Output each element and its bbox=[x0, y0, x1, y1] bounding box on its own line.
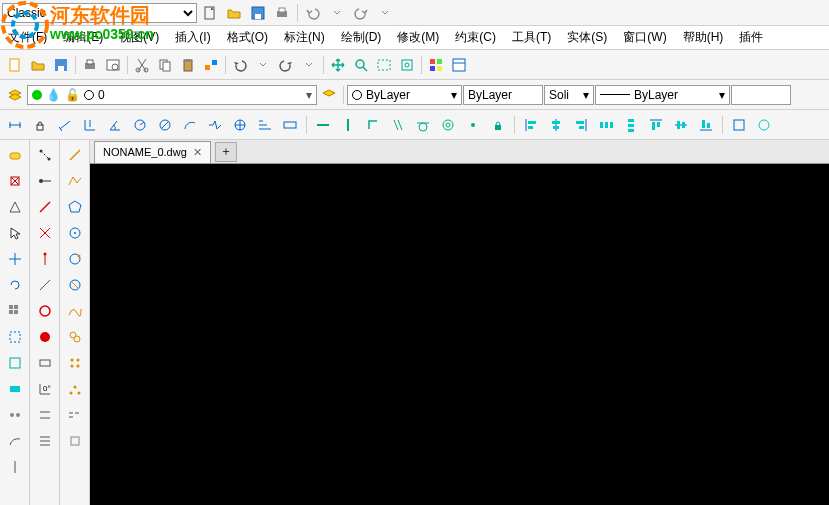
cursor-icon[interactable] bbox=[3, 222, 27, 244]
redo-icon[interactable] bbox=[275, 54, 297, 76]
circle-red-icon[interactable] bbox=[33, 300, 57, 322]
redo-icon[interactable] bbox=[350, 2, 372, 24]
dim-arc-icon[interactable] bbox=[179, 114, 201, 136]
layer-manager-icon[interactable] bbox=[4, 84, 26, 106]
extra-tool-icon[interactable] bbox=[63, 430, 87, 452]
redo-dropdown-icon[interactable] bbox=[298, 54, 320, 76]
menu-file[interactable]: 文件(F) bbox=[0, 29, 55, 46]
line-icon[interactable] bbox=[63, 144, 87, 166]
diag-line-icon[interactable] bbox=[33, 274, 57, 296]
circle-icon[interactable] bbox=[63, 222, 87, 244]
dim-linear-icon[interactable] bbox=[4, 114, 26, 136]
erase-icon[interactable] bbox=[3, 144, 27, 166]
vert-line-icon[interactable] bbox=[33, 248, 57, 270]
dim-lock-icon[interactable] bbox=[29, 114, 51, 136]
rect-tool-icon[interactable] bbox=[33, 352, 57, 374]
grid-icon[interactable] bbox=[3, 300, 27, 322]
polyline-icon[interactable] bbox=[63, 170, 87, 192]
delete-icon[interactable] bbox=[3, 170, 27, 192]
move-icon[interactable] bbox=[3, 248, 27, 270]
align-center-icon[interactable] bbox=[545, 114, 567, 136]
menu-plugin[interactable]: 插件 bbox=[731, 29, 771, 46]
vertical-icon[interactable] bbox=[3, 456, 27, 478]
align-left-icon[interactable] bbox=[520, 114, 542, 136]
document-tab[interactable]: NONAME_0.dwg ✕ bbox=[94, 141, 211, 163]
constraint-parallel-icon[interactable] bbox=[387, 114, 409, 136]
undo-icon[interactable] bbox=[302, 2, 324, 24]
endpoint-icon[interactable] bbox=[33, 170, 57, 192]
four-dots-icon[interactable] bbox=[63, 352, 87, 374]
open-file-icon[interactable] bbox=[27, 54, 49, 76]
menu-insert[interactable]: 插入(I) bbox=[167, 29, 218, 46]
extra-selector[interactable] bbox=[731, 85, 791, 105]
menu-entity[interactable]: 实体(S) bbox=[559, 29, 615, 46]
distribute-h-icon[interactable] bbox=[595, 114, 617, 136]
tool-misc-1-icon[interactable] bbox=[728, 114, 750, 136]
paste-icon[interactable] bbox=[177, 54, 199, 76]
layer-selector[interactable]: 💧 🔓 0 ▾ bbox=[27, 85, 317, 105]
three-dots-icon[interactable] bbox=[63, 378, 87, 400]
parallel-lines-icon[interactable] bbox=[33, 404, 57, 426]
align-right-icon[interactable] bbox=[570, 114, 592, 136]
hatch-icon[interactable] bbox=[3, 326, 27, 348]
undo-dropdown-icon[interactable] bbox=[252, 54, 274, 76]
constraint-tangent-icon[interactable] bbox=[412, 114, 434, 136]
dim-baseline-icon[interactable] bbox=[254, 114, 276, 136]
lineweight-selector[interactable]: ByLayer ▾ bbox=[595, 85, 730, 105]
layer-previous-icon[interactable] bbox=[318, 84, 340, 106]
arc-icon[interactable] bbox=[63, 248, 87, 270]
linetype-selector-a[interactable]: ByLayer bbox=[463, 85, 543, 105]
dim-center-icon[interactable] bbox=[229, 114, 251, 136]
new-icon[interactable] bbox=[199, 2, 221, 24]
menu-annotate[interactable]: 标注(N) bbox=[276, 29, 333, 46]
menu-constraint[interactable]: 约束(C) bbox=[447, 29, 504, 46]
tool-c-icon[interactable] bbox=[3, 404, 27, 426]
menu-help[interactable]: 帮助(H) bbox=[675, 29, 732, 46]
redo-dropdown-icon[interactable] bbox=[374, 2, 396, 24]
workspace-selector[interactable]: Classic bbox=[2, 3, 197, 23]
close-tab-icon[interactable]: ✕ bbox=[193, 146, 202, 159]
constraint-coincident-icon[interactable] bbox=[462, 114, 484, 136]
polygon-icon[interactable] bbox=[63, 196, 87, 218]
align-bottom-icon[interactable] bbox=[695, 114, 717, 136]
menu-format[interactable]: 格式(O) bbox=[219, 29, 276, 46]
dim-ordinate-icon[interactable] bbox=[79, 114, 101, 136]
tool-a-icon[interactable] bbox=[3, 352, 27, 374]
two-circles-icon[interactable] bbox=[63, 326, 87, 348]
print-icon[interactable] bbox=[271, 2, 293, 24]
spline-icon[interactable] bbox=[63, 300, 87, 322]
properties-panel-icon[interactable] bbox=[448, 54, 470, 76]
pan-icon[interactable] bbox=[327, 54, 349, 76]
rotate-icon[interactable] bbox=[3, 274, 27, 296]
menu-tools[interactable]: 工具(T) bbox=[504, 29, 559, 46]
copy-icon[interactable] bbox=[154, 54, 176, 76]
dim-diameter-icon[interactable] bbox=[154, 114, 176, 136]
triangle-icon[interactable] bbox=[3, 196, 27, 218]
print-icon[interactable] bbox=[79, 54, 101, 76]
constraint-vertical-icon[interactable] bbox=[337, 114, 359, 136]
drawing-canvas[interactable] bbox=[90, 164, 829, 505]
menu-edit[interactable]: 编辑(E) bbox=[55, 29, 111, 46]
dim-aligned-icon[interactable] bbox=[54, 114, 76, 136]
circle-fill-icon[interactable] bbox=[33, 326, 57, 348]
line-red-icon[interactable] bbox=[33, 196, 57, 218]
save-icon[interactable] bbox=[247, 2, 269, 24]
constraint-concentric-icon[interactable] bbox=[437, 114, 459, 136]
dim-continue-icon[interactable] bbox=[279, 114, 301, 136]
menu-window[interactable]: 窗口(W) bbox=[615, 29, 674, 46]
color-selector[interactable]: ByLayer ▾ bbox=[347, 85, 462, 105]
match-props-icon[interactable] bbox=[200, 54, 222, 76]
menu-draw[interactable]: 绘制(D) bbox=[333, 29, 390, 46]
menu-modify[interactable]: 修改(M) bbox=[389, 29, 447, 46]
constraint-horizontal-icon[interactable] bbox=[312, 114, 334, 136]
menu-view[interactable]: 视图(V) bbox=[111, 29, 167, 46]
dim-jogged-icon[interactable] bbox=[204, 114, 226, 136]
multi-line-icon[interactable] bbox=[33, 430, 57, 452]
zoom-realtime-icon[interactable] bbox=[350, 54, 372, 76]
dashes-icon[interactable] bbox=[63, 404, 87, 426]
align-top-icon[interactable] bbox=[645, 114, 667, 136]
constraint-fix-icon[interactable] bbox=[487, 114, 509, 136]
constraint-perpendicular-icon[interactable] bbox=[362, 114, 384, 136]
angle-tool-icon[interactable]: 0° bbox=[33, 378, 57, 400]
ellipse-icon[interactable] bbox=[63, 274, 87, 296]
